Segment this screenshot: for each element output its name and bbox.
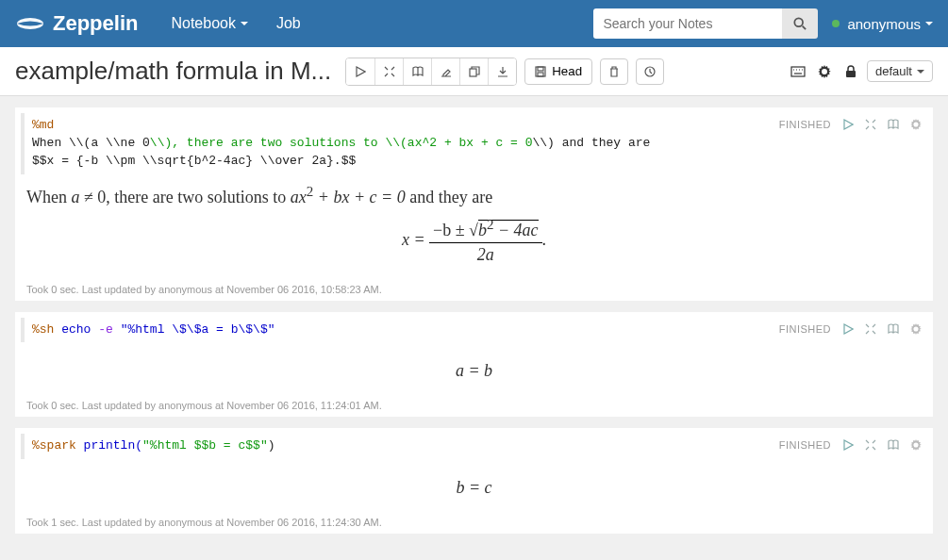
play-icon — [355, 66, 366, 77]
run-all-button[interactable] — [346, 58, 374, 85]
search-icon — [793, 17, 807, 30]
hide-editor-button[interactable] — [861, 320, 880, 338]
keyboard-icon — [790, 66, 806, 77]
gear-icon — [910, 119, 922, 130]
user-menu[interactable]: anonymous — [832, 16, 933, 32]
code-editor[interactable]: %spark println("%html $$b = c$$") — [21, 434, 779, 459]
version-control-button[interactable]: Head — [524, 58, 592, 85]
search-button[interactable] — [782, 8, 818, 39]
svg-rect-6 — [538, 67, 543, 71]
math-formula: x = −b ± √b2 − 4ac 2a . — [26, 217, 922, 265]
keyboard-shortcuts-button[interactable] — [788, 61, 808, 82]
play-icon — [842, 323, 854, 335]
permissions-button[interactable] — [840, 61, 861, 82]
run-btn-group — [345, 58, 517, 86]
gear-icon — [910, 323, 922, 335]
book-icon — [888, 119, 899, 130]
search-input[interactable] — [593, 8, 782, 39]
paragraph-controls: FINISHED — [779, 434, 927, 454]
svg-rect-7 — [538, 73, 543, 76]
copy-icon — [469, 66, 480, 77]
delete-note-button[interactable] — [600, 58, 628, 85]
user-name: anonymous — [847, 16, 921, 32]
collapse-icon — [865, 323, 876, 335]
hide-editor-button[interactable] — [861, 436, 880, 454]
hide-output-button[interactable] — [884, 115, 903, 134]
hide-output-button[interactable] — [884, 320, 903, 338]
play-icon — [842, 119, 854, 130]
caret-down-icon — [241, 22, 248, 25]
export-note-button[interactable] — [488, 58, 516, 85]
svg-marker-17 — [844, 324, 853, 334]
svg-rect-4 — [470, 69, 476, 76]
caret-down-icon — [917, 70, 924, 74]
zeppelin-logo-icon — [15, 13, 45, 34]
looknfeel-label: default — [875, 64, 912, 78]
head-label: Head — [552, 64, 582, 78]
svg-marker-3 — [357, 67, 365, 76]
paragraph-output: b = c — [21, 459, 927, 513]
note-title[interactable]: example/math formula in M... — [15, 57, 331, 86]
paragraph-footer: Took 0 sec. Last updated by anonymous at… — [21, 396, 927, 415]
svg-marker-16 — [844, 120, 853, 129]
book-icon — [888, 323, 899, 335]
clock-icon — [644, 66, 656, 77]
play-icon — [842, 439, 854, 451]
gear-icon — [910, 439, 922, 451]
code-editor[interactable]: %md When \\(a \\ne 0\\), there are two s… — [21, 113, 779, 174]
eraser-icon — [441, 66, 452, 77]
paragraph: %md When \\(a \\ne 0\\), there are two s… — [15, 107, 933, 301]
paragraph-footer: Took 1 sec. Last updated by anonymous at… — [21, 513, 927, 532]
paragraph-settings-button[interactable] — [906, 320, 925, 338]
interpreter-binding-button[interactable] — [814, 61, 835, 82]
download-icon — [497, 66, 508, 77]
paragraph: %sh echo -e "%html \$\$a = b\$\$" FINISH… — [15, 312, 933, 418]
svg-rect-15 — [846, 71, 856, 77]
svg-rect-9 — [791, 67, 805, 76]
status-dot-icon — [832, 20, 840, 27]
nav-job[interactable]: Job — [262, 15, 315, 32]
math-formula: b = c — [26, 478, 922, 498]
paragraph-footer: Took 0 sec. Last updated by anonymous at… — [21, 280, 927, 299]
code-editor[interactable]: %sh echo -e "%html \$\$a = b\$\$" — [21, 318, 779, 343]
run-paragraph-button[interactable] — [839, 320, 857, 338]
note-action-bar: example/math formula in M... Head defaul… — [0, 47, 948, 96]
looknfeel-select[interactable]: default — [867, 60, 933, 82]
svg-marker-18 — [844, 440, 853, 450]
collapse-icon — [865, 119, 876, 130]
hide-output-button[interactable] — [884, 436, 903, 454]
hide-editor-button[interactable] — [861, 115, 880, 134]
clear-output-button[interactable] — [431, 58, 459, 85]
scheduler-button[interactable] — [636, 58, 664, 85]
show-hide-output-button[interactable] — [403, 58, 431, 85]
nav-job-label: Job — [276, 15, 301, 32]
collapse-icon — [384, 66, 395, 77]
nav-notebook-label: Notebook — [171, 15, 236, 32]
show-hide-code-button[interactable] — [374, 58, 403, 85]
save-icon — [535, 66, 546, 77]
math-formula: a = b — [26, 361, 922, 381]
trash-icon — [608, 66, 620, 77]
run-paragraph-button[interactable] — [839, 115, 857, 134]
svg-line-2 — [803, 26, 807, 30]
paragraph-controls: FINISHED — [779, 318, 927, 338]
paragraph-settings-button[interactable] — [906, 436, 925, 454]
clone-note-button[interactable] — [459, 58, 488, 85]
paragraph-output: a = b — [21, 342, 927, 396]
search-form — [593, 8, 818, 39]
book-icon — [412, 66, 424, 77]
nav-notebook[interactable]: Notebook — [157, 15, 262, 32]
status-label: FINISHED — [779, 119, 831, 130]
paragraph: %spark println("%html $$b = c$$") FINISH… — [15, 428, 933, 534]
caret-down-icon — [925, 22, 933, 25]
brand-text: Zeppelin — [53, 11, 138, 36]
status-label: FINISHED — [779, 439, 831, 451]
brand[interactable]: Zeppelin — [15, 11, 138, 36]
paragraphs-container: %md When \\(a \\ne 0\\), there are two s… — [0, 96, 948, 556]
book-icon — [888, 439, 899, 451]
note-right-actions: default — [788, 60, 933, 82]
paragraph-controls: FINISHED — [779, 113, 927, 134]
run-paragraph-button[interactable] — [839, 436, 857, 454]
paragraph-settings-button[interactable] — [906, 115, 925, 134]
status-label: FINISHED — [779, 323, 831, 335]
